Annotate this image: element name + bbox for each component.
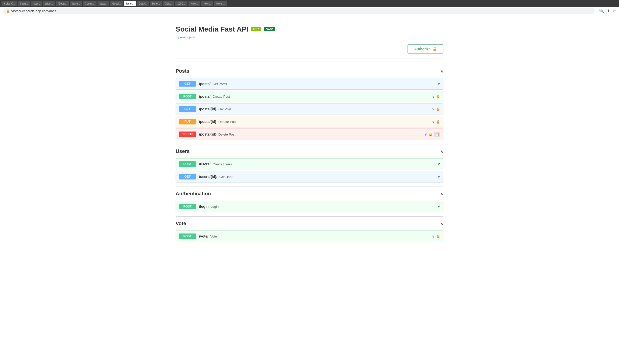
endpoint-actions-users-0: ∨ [438, 162, 440, 166]
endpoint-row-posts-4[interactable]: DELETE /posts/{id} Delete Post ∨🔒📋 [176, 128, 443, 140]
section-header-users[interactable]: Users ∧ [176, 144, 443, 158]
browser-action-icons: 🔍 ⬆ ☆ [599, 9, 616, 13]
search-icon[interactable]: 🔍 [599, 9, 604, 13]
method-badge-users-1: GET [179, 174, 196, 179]
section-authentication: Authentication ∧ POST /login Login ∨ [176, 187, 443, 216]
endpoint-summary-authentication-0: Login [210, 205, 219, 209]
tab-live[interactable]: ● Live C... [2, 1, 17, 6]
endpoint-path-authentication-0: /login [199, 204, 208, 209]
endpoint-chevron-posts-1: ∨ [432, 94, 435, 98]
section-endpoints-vote: POST /vote/ Vote ∨🔒 [176, 230, 443, 246]
endpoint-row-posts-3[interactable]: PUT /posts/{id} Update Post ∨🔒 [176, 116, 443, 127]
page-content: Social Media Fast API 0.1.0 OAS3 /openap… [171, 15, 448, 261]
share-icon[interactable]: ⬆ [607, 9, 610, 13]
tab-inter[interactable]: Inter... [31, 1, 42, 6]
endpoint-chevron-vote-0: ∨ [432, 234, 435, 238]
endpoint-path-users-1: /users/{id}/ [199, 175, 217, 179]
url-text: fastapi-cr.herokuapp.com/docs [11, 9, 56, 13]
endpoint-row-posts-1[interactable]: POST /posts/ Create Post ∨🔒 [176, 91, 443, 102]
section-chevron-users: ∧ [440, 149, 443, 154]
endpoint-path-posts-2: /posts/{id} [199, 107, 216, 111]
tab-how[interactable]: How ... [188, 1, 200, 6]
section-users: Users ∧ POST /users/ Create Users ∨ GET … [176, 144, 443, 187]
endpoint-copy-icon-posts-4[interactable]: 📋 [434, 132, 440, 137]
section-title-posts: Posts [176, 68, 189, 74]
authorize-lock-icon: 🔓 [433, 47, 437, 51]
url-bar[interactable]: 🔒 fastapi-cr.herokuapp.com/docs [3, 8, 595, 14]
endpoint-row-users-0[interactable]: POST /users/ Create Users ∨ [176, 158, 443, 170]
tab-adum[interactable]: adum... [43, 1, 55, 6]
security-lock-icon: 🔒 [6, 9, 10, 13]
bookmark-icon[interactable]: ☆ [612, 9, 616, 13]
endpoint-actions-vote-0: ∨🔒 [432, 234, 440, 238]
endpoint-row-posts-0[interactable]: GET /posts/ Get Posts ∨ [176, 78, 443, 90]
endpoint-chevron-posts-0: ∨ [438, 82, 440, 86]
tab-here2[interactable]: Here ... [214, 1, 227, 6]
endpoint-path-vote-0: /vote/ [199, 234, 208, 238]
method-badge-authentication-0: POST [179, 204, 196, 209]
endpoint-row-authentication-0[interactable]: POST /login Login ∨ [176, 201, 443, 212]
section-title-authentication: Authentication [176, 191, 211, 197]
section-endpoints-authentication: POST /login Login ∨ [176, 201, 443, 216]
endpoint-summary-posts-2: Get Post [218, 107, 231, 111]
endpoint-lock-icon-posts-2: 🔒 [436, 107, 440, 111]
endpoint-row-vote-0[interactable]: POST /vote/ Vote ∨🔒 [176, 230, 443, 242]
section-chevron-vote: ∧ [440, 221, 443, 226]
openapi-link[interactable]: /openapi.json [176, 35, 195, 39]
tab-comm[interactable]: Comm... [83, 1, 97, 6]
authorize-section: Authorize 🔓 [176, 44, 443, 59]
version-badge: 0.1.0 [251, 27, 261, 31]
endpoint-path-posts-3: /posts/{id} [199, 120, 216, 124]
endpoint-row-users-1[interactable]: GET /users/{id}/ Get User ∨ [176, 171, 443, 183]
endpoint-lock-icon-posts-1: 🔒 [436, 95, 440, 98]
endpoint-chevron-posts-2: ∨ [432, 107, 435, 111]
tab-100c[interactable]: 100C... [175, 1, 187, 6]
tab-geta[interactable]: Get A... [137, 1, 149, 6]
endpoint-summary-posts-4: Delete Post [218, 133, 235, 136]
endpoint-summary-users-1: Get User [219, 175, 232, 179]
endpoint-path-posts-4: /posts/{id} [199, 132, 216, 136]
section-title-vote: Vote [176, 221, 186, 226]
authorize-button[interactable]: Authorize 🔓 [408, 44, 443, 54]
tab-here1[interactable]: Here... [150, 1, 162, 6]
section-header-posts[interactable]: Posts ∧ [176, 64, 443, 78]
endpoint-lock-icon-posts-3: 🔒 [436, 120, 440, 124]
method-badge-posts-0: GET [179, 81, 196, 87]
section-header-vote[interactable]: Vote ∧ [176, 216, 443, 230]
tab-now[interactable]: Now ... [201, 1, 213, 6]
tab-faste2[interactable]: faste... [98, 1, 109, 6]
endpoint-summary-posts-3: Update Post [218, 120, 236, 124]
tab-googl1[interactable]: Googl... [56, 1, 69, 6]
section-chevron-posts: ∧ [440, 69, 443, 73]
endpoint-actions-posts-0: ∨ [438, 82, 440, 86]
method-badge-posts-3: PUT [179, 119, 196, 124]
endpoint-summary-vote-0: Vote [210, 235, 217, 238]
section-endpoints-posts: GET /posts/ Get Posts ∨ POST /posts/ Cre… [176, 78, 443, 144]
tab-faste3[interactable]: faste... [124, 1, 136, 6]
endpoint-path-users-0: /users/ [199, 162, 210, 166]
tab-getti[interactable]: Getti... [163, 1, 174, 6]
tab-faste1[interactable]: faste... [70, 1, 82, 6]
sections-container: Posts ∧ GET /posts/ Get Posts ∨ POST /po… [176, 64, 443, 246]
api-title: Social Media Fast API [176, 25, 248, 33]
tab-imag[interactable]: Imag... [18, 1, 30, 6]
section-chevron-authentication: ∧ [440, 191, 443, 196]
endpoint-chevron-posts-4: ∨ [424, 132, 427, 136]
endpoint-chevron-users-0: ∨ [438, 162, 440, 166]
oas-badge: OAS3 [264, 27, 275, 31]
api-header: Social Media Fast API 0.1.0 OAS3 /openap… [176, 25, 443, 39]
endpoint-row-posts-2[interactable]: GET /posts/{id} Get Post ∨🔒 [176, 103, 443, 115]
method-badge-users-0: POST [179, 161, 196, 167]
section-vote: Vote ∧ POST /vote/ Vote ∨🔒 [176, 216, 443, 246]
authorize-label: Authorize [414, 47, 431, 51]
section-header-authentication[interactable]: Authentication ∧ [176, 187, 443, 201]
endpoint-summary-posts-1: Create Post [212, 95, 230, 98]
address-bar: 🔒 fastapi-cr.herokuapp.com/docs 🔍 ⬆ ☆ [0, 7, 619, 15]
endpoint-path-posts-1: /posts/ [199, 94, 210, 98]
endpoint-lock-icon-posts-4: 🔒 [428, 133, 433, 136]
section-posts: Posts ∧ GET /posts/ Get Posts ∨ POST /po… [176, 64, 443, 144]
endpoint-actions-users-1: ∨ [438, 175, 440, 179]
method-badge-posts-4: DELETE [179, 132, 196, 137]
endpoint-actions-authentication-0: ∨ [438, 204, 440, 209]
tab-googl2[interactable]: Googl... [110, 1, 123, 6]
